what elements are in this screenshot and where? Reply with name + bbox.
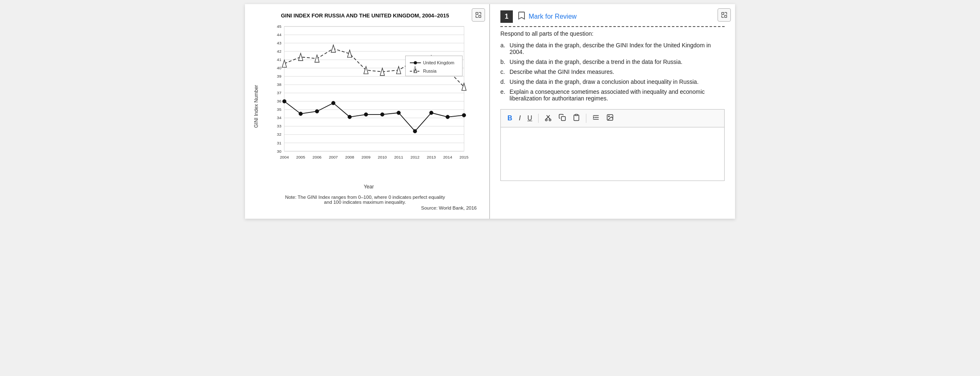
question-letter-b: b. bbox=[500, 59, 510, 65]
svg-text:44: 44 bbox=[277, 32, 282, 37]
svg-rect-85 bbox=[725, 15, 727, 17]
chart-note: Note: The GINI Index ranges from 0–100, … bbox=[253, 195, 477, 205]
svg-text:2013: 2013 bbox=[427, 155, 436, 159]
svg-rect-95 bbox=[575, 115, 578, 116]
chart-source: Source: World Bank, 2016 bbox=[253, 205, 477, 210]
svg-point-62 bbox=[446, 115, 450, 119]
svg-text:43: 43 bbox=[277, 41, 282, 45]
question-letter-c: c. bbox=[500, 68, 510, 75]
underline-button[interactable]: U bbox=[525, 113, 535, 124]
svg-text:2008: 2008 bbox=[345, 155, 354, 159]
cut-button[interactable] bbox=[542, 112, 554, 125]
svg-text:2006: 2006 bbox=[313, 155, 322, 159]
question-letter-e: e. bbox=[500, 88, 510, 102]
svg-text:32: 32 bbox=[277, 132, 282, 137]
paste-button[interactable] bbox=[570, 112, 583, 125]
svg-text:30: 30 bbox=[277, 149, 282, 154]
svg-point-60 bbox=[413, 129, 417, 133]
question-list: a. Using the data in the graph, describe… bbox=[500, 42, 725, 102]
image-button[interactable] bbox=[604, 112, 616, 125]
question-text-c: Describe what the GINI Index measures. bbox=[510, 68, 614, 75]
formatting-toolbar: B I U bbox=[500, 109, 725, 127]
answer-input-area[interactable] bbox=[500, 127, 725, 181]
svg-marker-66 bbox=[315, 55, 319, 62]
question-header: 1 Mark for Review bbox=[500, 10, 725, 27]
question-text-d: Using the data in the graph, draw a conc… bbox=[510, 78, 698, 85]
chart-title: GINI INDEX FOR RUSSIA AND THE UNITED KIN… bbox=[253, 12, 477, 19]
svg-text:2005: 2005 bbox=[296, 155, 305, 159]
italic-button[interactable]: I bbox=[517, 113, 523, 124]
svg-marker-67 bbox=[331, 45, 336, 52]
svg-text:2009: 2009 bbox=[362, 155, 371, 159]
question-letter-a: a. bbox=[500, 42, 510, 55]
svg-text:34: 34 bbox=[277, 115, 282, 120]
svg-text:2011: 2011 bbox=[394, 155, 403, 159]
svg-text:2012: 2012 bbox=[411, 155, 420, 159]
list-item: b. Using the data in the graph, describe… bbox=[500, 59, 725, 65]
svg-marker-64 bbox=[282, 60, 287, 67]
svg-point-100 bbox=[608, 116, 609, 117]
svg-point-78 bbox=[414, 61, 417, 64]
bold-button[interactable]: B bbox=[505, 113, 515, 124]
svg-text:2014: 2014 bbox=[443, 155, 452, 159]
svg-point-54 bbox=[315, 110, 319, 113]
svg-rect-6 bbox=[284, 27, 464, 151]
svg-text:39: 39 bbox=[277, 74, 282, 78]
copy-button[interactable] bbox=[556, 112, 568, 125]
x-axis-label: Year bbox=[261, 184, 477, 190]
svg-text:42: 42 bbox=[277, 49, 282, 54]
question-number: 1 bbox=[500, 10, 513, 23]
svg-text:37: 37 bbox=[277, 90, 282, 95]
svg-point-56 bbox=[348, 115, 352, 119]
svg-point-58 bbox=[380, 112, 384, 116]
svg-point-57 bbox=[364, 112, 368, 116]
svg-text:2004: 2004 bbox=[280, 155, 289, 159]
svg-text:31: 31 bbox=[277, 141, 282, 145]
svg-text:36: 36 bbox=[277, 99, 282, 103]
y-axis-label: GINI Index Number bbox=[253, 23, 259, 190]
chart-area: GINI Index Number bbox=[253, 23, 477, 190]
svg-rect-84 bbox=[722, 12, 724, 15]
svg-text:35: 35 bbox=[277, 107, 282, 112]
svg-text:2010: 2010 bbox=[378, 155, 387, 159]
list-item: e. Explain a consequence sometimes assoc… bbox=[500, 88, 725, 102]
svg-text:Russia: Russia bbox=[423, 68, 436, 73]
svg-point-53 bbox=[299, 112, 303, 116]
svg-text:41: 41 bbox=[277, 57, 282, 62]
question-text-a: Using the data in the graph, describe th… bbox=[510, 42, 725, 55]
svg-rect-1 bbox=[479, 15, 481, 17]
bookmark-icon[interactable] bbox=[518, 11, 525, 22]
chart-panel: GINI INDEX FOR RUSSIA AND THE UNITED KIN… bbox=[245, 4, 490, 219]
svg-line-92 bbox=[546, 115, 550, 119]
svg-point-52 bbox=[282, 100, 286, 103]
svg-text:United Kingdom: United Kingdom bbox=[423, 60, 455, 65]
svg-point-55 bbox=[331, 101, 335, 105]
expand-right-button[interactable] bbox=[718, 8, 731, 22]
question-text-b: Using the data in the graph, describe a … bbox=[510, 59, 682, 65]
svg-marker-68 bbox=[348, 50, 352, 57]
svg-text:45: 45 bbox=[277, 24, 282, 29]
svg-point-59 bbox=[397, 111, 401, 115]
svg-text:2015: 2015 bbox=[460, 155, 469, 159]
svg-text:2007: 2007 bbox=[329, 155, 338, 159]
question-letter-d: d. bbox=[500, 78, 510, 85]
svg-marker-69 bbox=[364, 66, 368, 74]
toolbar-separator-2 bbox=[586, 114, 586, 123]
question-text-e: Explain a consequence sometimes associat… bbox=[510, 88, 725, 102]
svg-rect-94 bbox=[561, 117, 565, 121]
list-item: d. Using the data in the graph, draw a c… bbox=[500, 78, 725, 85]
svg-rect-0 bbox=[476, 12, 478, 15]
svg-text:33: 33 bbox=[277, 124, 282, 128]
question-panel: 1 Mark for Review Respond to all parts o… bbox=[490, 4, 735, 219]
svg-point-61 bbox=[429, 111, 433, 115]
svg-line-93 bbox=[546, 115, 550, 119]
svg-marker-75 bbox=[462, 83, 466, 90]
list-item: a. Using the data in the graph, describe… bbox=[500, 42, 725, 55]
svg-text:40: 40 bbox=[277, 66, 282, 70]
respond-text: Respond to all parts of the question: bbox=[500, 30, 725, 37]
mark-review-label[interactable]: Mark for Review bbox=[529, 13, 577, 20]
list-item: c. Describe what the GINI Index measures… bbox=[500, 68, 725, 75]
indent-button[interactable] bbox=[590, 112, 602, 125]
expand-left-button[interactable] bbox=[472, 8, 485, 22]
svg-text:38: 38 bbox=[277, 82, 282, 87]
